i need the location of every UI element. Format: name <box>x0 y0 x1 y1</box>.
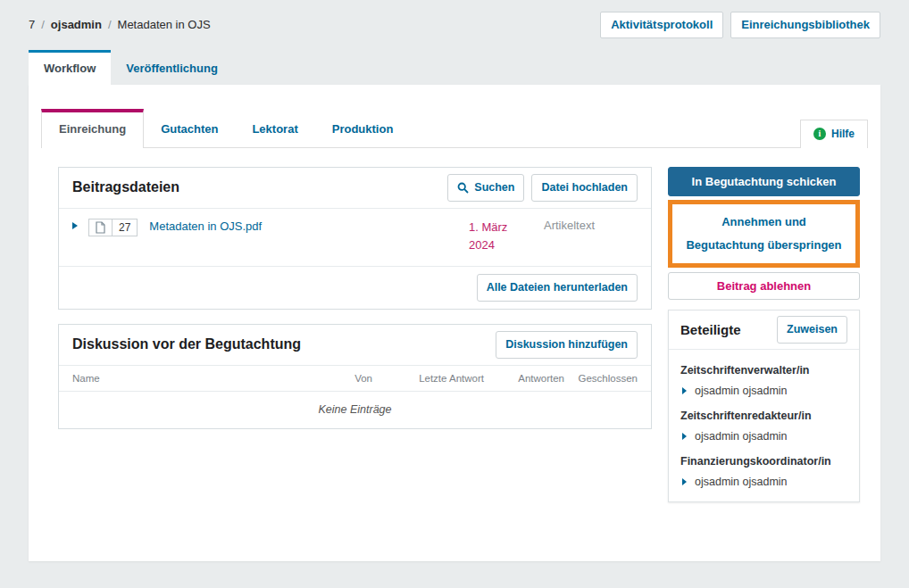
submission-files-actions: Suchen Datei hochladen <box>447 174 638 202</box>
stage-tab-bar: Einreichung Gutachten Lektorat Produktio… <box>41 85 868 148</box>
breadcrumb-id: 7 <box>29 18 35 31</box>
participants-list: Zeitschriftenverwalter/in ojsadmin ojsad… <box>669 350 859 501</box>
expand-arrow-icon <box>682 387 687 394</box>
search-button[interactable]: Suchen <box>447 174 524 202</box>
breadcrumb-title: Metadaten in OJS <box>118 18 211 31</box>
discussions-table-header: Name Von Letzte Antwort Antworten Geschl… <box>59 366 651 392</box>
upload-file-button[interactable]: Datei hochladen <box>531 174 638 202</box>
download-all-files-button[interactable]: Alle Dateien herunterladen <box>477 274 638 302</box>
tab-review-stage[interactable]: Gutachten <box>144 110 235 147</box>
send-to-review-button[interactable]: In Begutachtung schicken <box>668 167 860 196</box>
discussions-empty-state: Keine Einträge <box>59 392 651 428</box>
tab-publication[interactable]: Veröffentlichung <box>111 53 233 85</box>
expand-arrow-icon <box>682 433 687 440</box>
discussions-header: Diskussion vor der Begutachtung Diskussi… <box>59 325 651 366</box>
tab-submission-stage[interactable]: Einreichung <box>41 109 144 148</box>
participant-role: Zeitschriftenredakteur/in <box>680 410 847 422</box>
column-closed: Geschlossen <box>564 373 638 384</box>
tab-copyediting-stage[interactable]: Lektorat <box>235 110 314 147</box>
participant-role: Finanzierungskoordinator/in <box>680 455 847 468</box>
header-actions: Aktivitätsprotokoll Einreichungsbiblioth… <box>600 12 880 38</box>
column-replies: Antworten <box>484 373 564 384</box>
participants-header: Beteiligte Zuweisen <box>669 311 859 350</box>
main-tab-bar: Workflow Veröffentlichung <box>29 50 880 85</box>
breadcrumb-author: ojsadmin <box>51 18 102 31</box>
breadcrumb-separator: / <box>41 18 45 31</box>
top-bar: 7/ojsadmin/Metadaten in OJS Aktivitätspr… <box>29 0 880 38</box>
submission-files-footer: Alle Dateien herunterladen <box>59 267 651 309</box>
file-id: 27 <box>112 219 137 236</box>
tab-workflow[interactable]: Workflow <box>29 50 111 85</box>
submission-files-header: Beitragsdateien Suchen Datei hochladen <box>59 168 651 209</box>
discussions-title: Diskussion vor der Begutachtung <box>72 336 301 352</box>
add-discussion-button[interactable]: Diskussion hinzufügen <box>496 331 638 359</box>
participants-panel: Beteiligte Zuweisen Zeitschriftenverwalt… <box>668 310 860 502</box>
search-icon <box>457 182 469 194</box>
pdf-file-icon <box>89 219 112 236</box>
participant-name: ojsadmin ojsadmin <box>695 476 788 488</box>
submission-files-title: Beitragsdateien <box>72 179 179 195</box>
file-id-chip: 27 <box>88 219 138 236</box>
file-genre: Artikeltext <box>544 219 638 254</box>
breadcrumb-separator: / <box>108 18 112 31</box>
file-name-link[interactable]: Metadaten in OJS.pdf <box>149 219 262 233</box>
info-icon: i <box>813 128 826 140</box>
breadcrumb: 7/ojsadmin/Metadaten in OJS <box>29 18 211 31</box>
expand-arrow-icon <box>682 478 687 485</box>
participant-name: ojsadmin ojsadmin <box>695 385 788 397</box>
participant-item[interactable]: ojsadmin ojsadmin <box>680 468 847 490</box>
search-button-label: Suchen <box>474 181 514 195</box>
left-column: Beitragsdateien Suchen Datei hochladen <box>58 167 652 502</box>
accept-and-skip-review-button[interactable]: Annehmen und Begutachtung überspringen <box>672 204 855 263</box>
highlight-annotation: Annehmen und Begutachtung überspringen <box>668 200 860 268</box>
column-from: Von <box>288 373 372 384</box>
participant-role: Zeitschriftenverwalter/in <box>680 364 847 377</box>
file-row: 27 Metadaten in OJS.pdf 1. März 2024 Art… <box>59 209 651 267</box>
participant-item[interactable]: ojsadmin ojsadmin <box>680 422 847 444</box>
participant-name: ojsadmin ojsadmin <box>695 430 788 443</box>
file-date: 1. März 2024 <box>469 219 522 254</box>
participant-item[interactable]: ojsadmin ojsadmin <box>680 377 847 399</box>
page: 7/ojsadmin/Metadaten in OJS Aktivitätspr… <box>0 0 909 561</box>
activity-log-button[interactable]: Aktivitätsprotokoll <box>600 12 723 38</box>
submission-files-panel: Beitragsdateien Suchen Datei hochladen <box>58 167 652 310</box>
decline-submission-button[interactable]: Beitrag ablehnen <box>668 272 860 300</box>
column-name: Name <box>72 373 288 384</box>
pre-review-discussions-panel: Diskussion vor der Begutachtung Diskussi… <box>58 324 652 429</box>
column-last-reply: Letzte Antwort <box>372 373 484 384</box>
stage-content: Beitragsdateien Suchen Datei hochladen <box>29 148 880 502</box>
expand-arrow-icon[interactable] <box>72 222 78 229</box>
tab-production-stage[interactable]: Produktion <box>315 110 411 147</box>
help-button[interactable]: i Hilfe <box>800 120 868 148</box>
help-label: Hilfe <box>831 128 855 140</box>
file-meta: 1. März 2024 Artikeltext <box>469 219 638 254</box>
workflow-panel: Einreichung Gutachten Lektorat Produktio… <box>29 85 880 561</box>
assign-button[interactable]: Zuweisen <box>777 316 847 344</box>
participants-title: Beteiligte <box>680 322 741 337</box>
submission-library-button[interactable]: Einreichungsbibliothek <box>730 12 880 38</box>
right-column: In Begutachtung schicken Annehmen und Be… <box>668 167 860 502</box>
